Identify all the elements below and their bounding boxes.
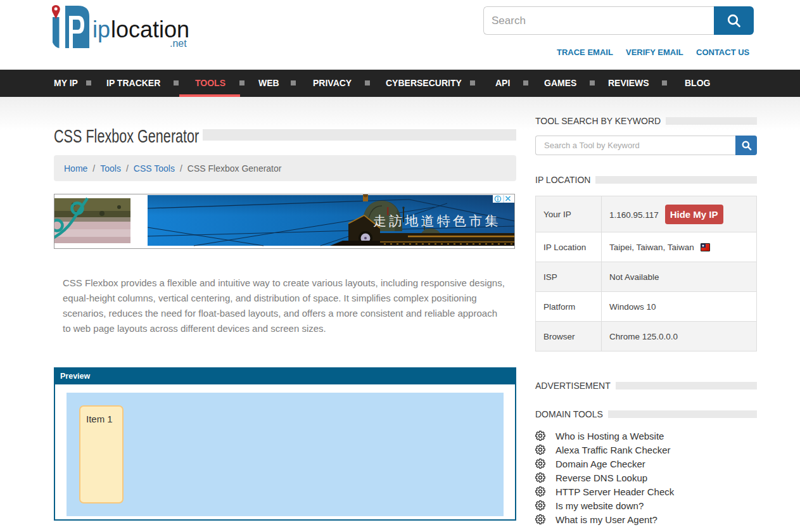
svg-text:ip: ip <box>92 16 110 42</box>
svg-text:走訪地道特色市集: 走訪地道特色市集 <box>373 213 501 228</box>
svg-text:.net: .net <box>170 38 187 49</box>
